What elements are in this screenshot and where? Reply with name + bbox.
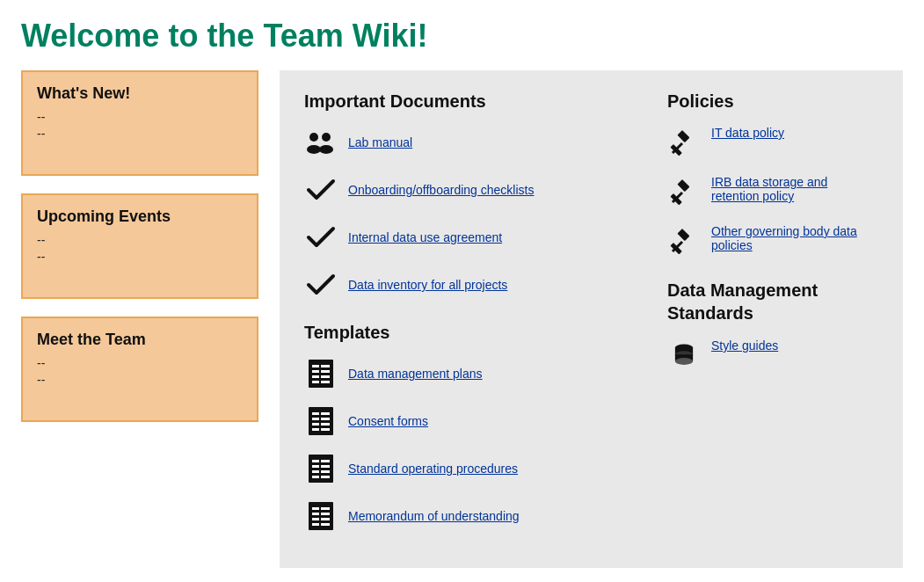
right-panel: Important Documents Lab ma bbox=[280, 70, 903, 568]
doc-item-mou: Memorandum of understanding bbox=[304, 499, 632, 533]
svg-rect-25 bbox=[312, 470, 319, 473]
column-left: Important Documents Lab ma bbox=[304, 91, 632, 547]
doc-item-lab-manual: Lab manual bbox=[304, 126, 632, 159]
governing-body-link[interactable]: Other governing body data policies bbox=[711, 224, 878, 252]
svg-point-0 bbox=[309, 133, 318, 142]
svg-rect-4 bbox=[309, 360, 333, 388]
svg-rect-29 bbox=[321, 470, 330, 473]
style-guides-item: Style guides bbox=[667, 338, 878, 372]
svg-rect-14 bbox=[312, 412, 319, 415]
svg-rect-30 bbox=[321, 476, 330, 478]
svg-rect-34 bbox=[312, 518, 319, 520]
svg-rect-13 bbox=[309, 407, 333, 435]
it-data-policy-link[interactable]: IT data policy bbox=[711, 126, 784, 140]
people-icon bbox=[304, 126, 338, 159]
policy-item-it: IT data policy bbox=[667, 126, 878, 159]
svg-point-3 bbox=[319, 145, 333, 154]
meet-the-team-card: Meet the Team -- -- bbox=[21, 316, 258, 422]
whats-new-item-1: -- bbox=[37, 110, 243, 124]
mou-link[interactable]: Memorandum of understanding bbox=[348, 509, 520, 523]
lab-manual-link[interactable]: Lab manual bbox=[348, 135, 412, 149]
checkmark-icon bbox=[304, 173, 338, 207]
svg-rect-7 bbox=[312, 375, 319, 378]
svg-rect-38 bbox=[321, 518, 330, 520]
svg-point-53 bbox=[675, 358, 693, 365]
doc-item-onboarding: Onboarding/offboarding checklists bbox=[304, 173, 632, 207]
doc-item-data-mgmt-plans: Data management plans bbox=[304, 357, 632, 390]
data-mgmt-plans-link[interactable]: Data management plans bbox=[348, 367, 483, 381]
policies-heading: Policies bbox=[667, 91, 878, 112]
doc-item-consent-forms: Consent forms bbox=[304, 404, 632, 438]
gavel-icon-3 bbox=[667, 224, 701, 258]
gavel-icon-1 bbox=[667, 126, 701, 159]
sop-link[interactable]: Standard operating procedures bbox=[348, 462, 518, 476]
gavel-icon-2 bbox=[667, 175, 701, 208]
svg-rect-9 bbox=[321, 365, 330, 367]
right-panel-inner: Important Documents Lab ma bbox=[304, 91, 878, 547]
whats-new-item-2: -- bbox=[37, 127, 243, 141]
meet-the-team-item-2: -- bbox=[37, 373, 243, 387]
upcoming-events-item-1: -- bbox=[37, 233, 243, 247]
page-title: Welcome to the Team Wiki! bbox=[21, 18, 903, 55]
svg-rect-37 bbox=[321, 513, 330, 515]
important-documents-heading: Important Documents bbox=[304, 91, 632, 112]
left-sidebar: What's New! -- -- Upcoming Events -- -- … bbox=[21, 70, 258, 422]
onboarding-link[interactable]: Onboarding/offboarding checklists bbox=[348, 183, 534, 197]
upcoming-events-item-2: -- bbox=[37, 250, 243, 264]
svg-rect-11 bbox=[321, 375, 330, 378]
data-inventory-link[interactable]: Data inventory for all projects bbox=[348, 278, 507, 292]
svg-rect-6 bbox=[312, 370, 319, 373]
list-icon-1 bbox=[304, 357, 338, 390]
doc-item-sop: Standard operating procedures bbox=[304, 452, 632, 485]
svg-rect-33 bbox=[312, 513, 319, 515]
doc-item-data-inventory: Data inventory for all projects bbox=[304, 268, 632, 302]
irb-policy-link[interactable]: IRB data storage and retention policy bbox=[711, 175, 878, 203]
svg-rect-19 bbox=[321, 418, 330, 420]
svg-rect-26 bbox=[312, 476, 319, 478]
svg-rect-36 bbox=[321, 507, 330, 510]
database-icon bbox=[667, 338, 701, 372]
svg-rect-20 bbox=[321, 423, 330, 426]
svg-rect-40 bbox=[677, 130, 689, 142]
data-management-section: Data Management Standards bbox=[667, 279, 878, 372]
svg-rect-28 bbox=[321, 465, 330, 468]
policies-section: Policies IT data policy bbox=[667, 91, 878, 258]
svg-point-2 bbox=[322, 133, 331, 142]
column-right: Policies IT data policy bbox=[667, 91, 878, 547]
style-guides-link[interactable]: Style guides bbox=[711, 338, 778, 353]
svg-rect-23 bbox=[312, 460, 319, 462]
svg-rect-16 bbox=[312, 423, 319, 426]
list-icon-4 bbox=[304, 499, 338, 533]
svg-rect-10 bbox=[321, 370, 330, 373]
svg-rect-22 bbox=[309, 455, 333, 483]
checkmark-icon-2 bbox=[304, 221, 338, 254]
list-icon-2 bbox=[304, 404, 338, 438]
consent-forms-link[interactable]: Consent forms bbox=[348, 414, 428, 428]
doc-item-data-use: Internal data use agreement bbox=[304, 221, 632, 254]
svg-rect-35 bbox=[312, 523, 319, 526]
data-use-link[interactable]: Internal data use agreement bbox=[348, 230, 502, 244]
svg-rect-32 bbox=[312, 507, 319, 510]
templates-heading: Templates bbox=[304, 323, 632, 343]
upcoming-events-card: Upcoming Events -- -- bbox=[21, 193, 258, 299]
svg-rect-21 bbox=[321, 428, 330, 431]
meet-the-team-title: Meet the Team bbox=[37, 331, 243, 349]
svg-rect-46 bbox=[677, 229, 689, 241]
svg-rect-43 bbox=[677, 179, 689, 192]
meet-the-team-item-1: -- bbox=[37, 356, 243, 370]
data-management-heading: Data Management Standards bbox=[667, 279, 878, 324]
checkmark-icon-3 bbox=[304, 268, 338, 302]
svg-rect-15 bbox=[312, 418, 319, 420]
svg-point-1 bbox=[307, 145, 321, 154]
svg-rect-17 bbox=[312, 428, 319, 431]
list-icon-3 bbox=[304, 452, 338, 485]
svg-rect-12 bbox=[321, 381, 330, 383]
svg-rect-24 bbox=[312, 465, 319, 468]
upcoming-events-title: Upcoming Events bbox=[37, 207, 243, 226]
important-documents-section: Important Documents Lab ma bbox=[304, 91, 632, 302]
main-layout: What's New! -- -- Upcoming Events -- -- … bbox=[21, 70, 903, 568]
svg-rect-39 bbox=[321, 523, 330, 526]
templates-section: Templates bbox=[304, 323, 632, 533]
svg-rect-5 bbox=[312, 365, 319, 367]
svg-rect-31 bbox=[309, 502, 333, 530]
